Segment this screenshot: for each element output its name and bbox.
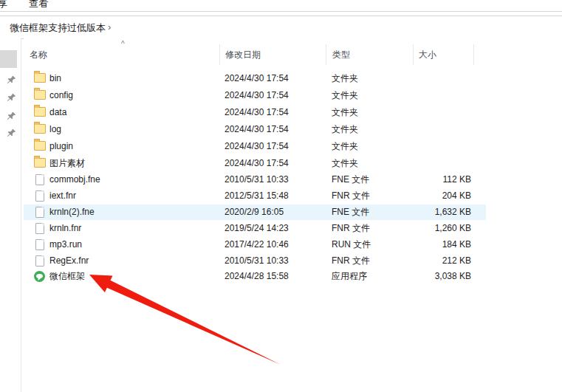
file-date-modified: 2024/4/28 15:58 <box>225 269 289 284</box>
folder-icon <box>34 73 46 83</box>
folder-icon <box>34 124 46 134</box>
file-name[interactable]: plugin <box>49 139 73 154</box>
file-icon <box>35 239 44 250</box>
pin-icon <box>7 93 16 103</box>
file-date-modified: 2019/5/24 14:23 <box>225 221 289 236</box>
file-icon <box>35 174 44 185</box>
file-row[interactable]: config 2024/4/30 17:54 文件夹 <box>24 88 486 103</box>
file-name[interactable]: config <box>49 88 73 103</box>
file-row[interactable]: mp3.run 2017/4/22 10:46 RUN 文件 184 KB <box>24 237 486 252</box>
file-name[interactable]: 微信框架 <box>49 269 85 284</box>
file-row[interactable]: commobj.fne 2010/5/31 10:33 FNE 文件 112 K… <box>24 172 486 188</box>
file-date-modified: 2024/4/30 17:54 <box>225 122 289 137</box>
file-row[interactable]: log 2024/4/30 17:54 文件夹 <box>24 122 486 137</box>
tab-share[interactable]: 共享 <box>0 0 7 10</box>
file-size: 1,632 KB <box>363 204 471 220</box>
ribbon-tabs: 共享 查看 <box>0 0 562 12</box>
nav-selected-item[interactable] <box>0 50 17 68</box>
navigation-pane <box>0 38 21 392</box>
file-row[interactable]: krnln(2).fne 2020/2/9 16:05 FNE 文件 1,632… <box>24 204 486 220</box>
file-name[interactable]: commobj.fne <box>49 172 100 188</box>
file-icon <box>35 223 44 234</box>
file-size: 3,038 KB <box>363 269 471 284</box>
file-row[interactable]: iext.fnr 2012/5/31 15:48 FNR 文件 204 KB <box>24 188 486 204</box>
file-name[interactable]: RegEx.fnr <box>49 253 89 269</box>
sort-ascending-icon: ^ <box>121 40 125 48</box>
file-row[interactable]: plugin 2024/4/30 17:54 文件夹 <box>24 139 486 154</box>
breadcrumb[interactable]: 微信框架支持过低版本 <box>10 21 106 35</box>
column-header-size[interactable]: 大小 <box>419 49 436 61</box>
chevron-right-icon[interactable]: › <box>108 21 111 32</box>
column-header-name[interactable]: 名称 <box>30 49 47 61</box>
file-type: 文件夹 <box>332 122 358 137</box>
tab-view[interactable]: 查看 <box>29 0 48 10</box>
file-date-modified: 2024/4/30 17:54 <box>225 105 289 120</box>
file-date-modified: 2020/2/9 16:05 <box>225 204 284 220</box>
file-type: 文件夹 <box>332 156 358 171</box>
file-row[interactable]: 图片素材 2024/4/30 17:54 文件夹 <box>24 156 486 171</box>
file-name[interactable]: krnln.fnr <box>49 221 81 236</box>
file-list: bin 2024/4/30 17:54 文件夹 config 2024/4/30… <box>24 69 486 284</box>
file-name[interactable]: log <box>49 122 61 137</box>
file-type: 文件夹 <box>332 139 358 154</box>
list-header: ^ 名称 修改日期 类型 大小 <box>24 38 562 69</box>
pin-icon <box>7 75 16 85</box>
file-date-modified: 2024/4/30 17:54 <box>225 139 289 154</box>
file-size: 212 KB <box>363 253 471 269</box>
file-row[interactable]: data 2024/4/30 17:54 文件夹 <box>24 105 486 120</box>
file-type: 文件夹 <box>332 88 358 103</box>
file-size: 1,260 KB <box>363 221 471 236</box>
file-date-modified: 2010/5/31 10:33 <box>225 253 289 269</box>
column-divider[interactable] <box>219 44 220 65</box>
file-icon <box>35 255 44 267</box>
folder-icon <box>34 90 46 100</box>
file-date-modified: 2012/5/31 15:48 <box>225 188 289 204</box>
app-icon <box>34 271 45 282</box>
folder-icon <box>34 107 46 117</box>
column-divider[interactable] <box>413 44 414 65</box>
column-header-type[interactable]: 类型 <box>332 49 350 61</box>
file-date-modified: 2024/4/30 17:54 <box>225 71 289 86</box>
column-divider[interactable] <box>326 44 326 65</box>
column-divider[interactable] <box>473 44 474 65</box>
pin-icon <box>7 111 16 121</box>
file-name[interactable]: krnln(2).fne <box>49 204 95 220</box>
file-type: 文件夹 <box>332 105 358 120</box>
file-date-modified: 2010/5/31 10:33 <box>225 172 289 188</box>
file-type: 文件夹 <box>332 71 358 86</box>
file-size: 204 KB <box>363 188 471 204</box>
file-size: 184 KB <box>363 237 471 252</box>
file-name[interactable]: data <box>49 105 66 120</box>
file-row[interactable]: bin 2024/4/30 17:54 文件夹 <box>24 71 486 86</box>
file-row[interactable]: krnln.fnr 2019/5/24 14:23 FNR 文件 1,260 K… <box>24 221 486 236</box>
file-name[interactable]: 图片素材 <box>49 156 85 171</box>
file-icon <box>35 207 44 218</box>
file-name[interactable]: mp3.run <box>49 237 82 252</box>
column-header-date-modified[interactable]: 修改日期 <box>225 49 261 61</box>
pin-icon <box>7 128 16 138</box>
file-row[interactable]: RegEx.fnr 2010/5/31 10:33 FNR 文件 212 KB <box>24 253 486 269</box>
folder-icon <box>34 158 46 168</box>
file-date-modified: 2024/4/30 17:54 <box>225 88 289 103</box>
file-icon <box>35 190 44 202</box>
file-date-modified: 2024/4/30 17:54 <box>225 156 289 171</box>
file-row[interactable]: 微信框架 2024/4/28 15:58 应用程序 3,038 KB <box>24 269 486 284</box>
file-type: 应用程序 <box>332 269 367 284</box>
file-name[interactable]: iext.fnr <box>49 188 76 204</box>
file-size: 112 KB <box>363 172 471 188</box>
file-name[interactable]: bin <box>49 71 61 86</box>
folder-icon <box>34 141 46 151</box>
file-date-modified: 2017/4/22 10:46 <box>225 237 289 252</box>
address-bar[interactable]: › 微信框架支持过低版本 › <box>0 16 562 39</box>
